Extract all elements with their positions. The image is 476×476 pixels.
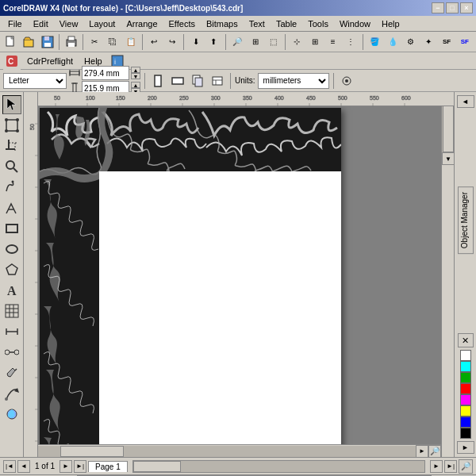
zoom-all-button[interactable]: 🔎 bbox=[428, 445, 441, 458]
hscroll-thumb[interactable] bbox=[60, 446, 124, 457]
last-page-button[interactable]: ►| bbox=[74, 460, 86, 473]
width-up[interactable]: ▲ bbox=[131, 67, 140, 73]
menu-tools[interactable]: Tools bbox=[303, 17, 333, 30]
ellipse-tool[interactable] bbox=[2, 240, 21, 259]
menu-window[interactable]: Window bbox=[335, 17, 375, 30]
minimize-button[interactable]: − bbox=[432, 2, 444, 13]
distribute-button[interactable]: ⋮ bbox=[343, 33, 359, 51]
zoom-tool[interactable] bbox=[2, 157, 21, 176]
page-hscroll-thumb[interactable] bbox=[133, 461, 181, 472]
zoom-button[interactable]: 🔎 bbox=[459, 459, 473, 474]
parallel-dim-tool[interactable] bbox=[2, 322, 21, 341]
scroll-right-button[interactable]: ► bbox=[416, 445, 428, 458]
menu-file[interactable]: File bbox=[3, 17, 27, 30]
menu-text[interactable]: Text bbox=[244, 17, 270, 30]
menu-effects[interactable]: Effects bbox=[164, 17, 200, 30]
interactive-fill-tool[interactable] bbox=[2, 384, 21, 403]
eyedropper-tool[interactable] bbox=[2, 363, 21, 382]
svg-point-27 bbox=[345, 79, 348, 83]
width-down[interactable]: ▼ bbox=[131, 73, 140, 79]
toolbar-main: ✂ ⿻ 📋 ↩ ↪ ⬇ ⬆ 🔎 ⊞ ⬚ ⊹ ⊞ ≡ ⋮ 🪣 💧 ⚙ ✦ SF S… bbox=[0, 32, 476, 52]
undo-button[interactable]: ↩ bbox=[146, 33, 163, 51]
panel-nav-down[interactable]: ► bbox=[457, 441, 474, 454]
height-up[interactable]: ▲ bbox=[131, 82, 140, 88]
swatch-magenta[interactable] bbox=[460, 394, 471, 405]
redo-button[interactable]: ↪ bbox=[164, 33, 181, 51]
panel-close-button[interactable]: ✕ bbox=[458, 333, 474, 347]
swatch-black[interactable] bbox=[460, 428, 471, 439]
landscape-button[interactable] bbox=[169, 72, 186, 90]
shape-tool[interactable] bbox=[2, 116, 21, 135]
width-input[interactable] bbox=[82, 66, 129, 80]
smart-fill-tool[interactable] bbox=[2, 405, 21, 424]
sf2-button[interactable]: SF bbox=[456, 33, 473, 51]
next-page-button[interactable]: ► bbox=[60, 460, 72, 473]
zoom-select[interactable]: 🔎 bbox=[229, 33, 246, 51]
color-swatches-right bbox=[460, 350, 471, 439]
freehand-tool[interactable] bbox=[2, 178, 21, 197]
page-last-nav[interactable]: ►| bbox=[444, 460, 457, 473]
panel-nav-up[interactable]: ◄ bbox=[457, 95, 474, 108]
nudge-button[interactable] bbox=[338, 72, 355, 90]
menu-edit[interactable]: Edit bbox=[29, 17, 53, 30]
snap-button[interactable]: ⊹ bbox=[289, 33, 305, 51]
units-dropdown[interactable]: millimeters inches pixels bbox=[258, 73, 329, 89]
table-tool[interactable] bbox=[2, 301, 21, 321]
object-manager-tab[interactable]: Object Manager bbox=[458, 186, 474, 254]
sf-button[interactable]: SF bbox=[439, 33, 455, 51]
page-settings-button[interactable] bbox=[209, 72, 226, 90]
maximize-button[interactable]: □ bbox=[446, 2, 459, 13]
align-button[interactable]: ≡ bbox=[324, 33, 341, 51]
menu-view[interactable]: View bbox=[55, 17, 83, 30]
paste-button[interactable]: 📋 bbox=[122, 33, 139, 51]
view2-button[interactable]: ⬚ bbox=[265, 33, 282, 51]
copy-button[interactable]: ⿻ bbox=[105, 33, 121, 51]
export-button[interactable]: ⬆ bbox=[205, 33, 222, 51]
close-button[interactable]: × bbox=[460, 2, 473, 13]
new-button[interactable] bbox=[3, 33, 20, 51]
swatch-yellow[interactable] bbox=[460, 405, 471, 416]
prev-page-button[interactable]: ◄ bbox=[17, 460, 30, 473]
crop-tool[interactable] bbox=[2, 136, 21, 155]
connector-tool[interactable] bbox=[2, 343, 21, 362]
page-1-tab[interactable]: Page 1 bbox=[88, 461, 128, 472]
import-button[interactable]: ⬇ bbox=[187, 33, 204, 51]
menu-layout[interactable]: Layout bbox=[84, 17, 120, 30]
swatch-green[interactable] bbox=[460, 372, 471, 383]
menu-help[interactable]: Help bbox=[377, 17, 405, 30]
options-button[interactable]: ⚙ bbox=[402, 33, 419, 51]
save-button[interactable] bbox=[39, 33, 56, 51]
svg-text:150: 150 bbox=[116, 95, 125, 101]
preflight-icon[interactable]: C bbox=[3, 52, 21, 70]
effects-button[interactable]: ✦ bbox=[420, 33, 437, 51]
polygon-tool[interactable] bbox=[2, 260, 21, 279]
page-view-button[interactable] bbox=[189, 72, 206, 90]
print-button[interactable] bbox=[63, 33, 79, 51]
text-tool[interactable]: A bbox=[2, 281, 21, 300]
menu-bitmaps[interactable]: Bitmaps bbox=[202, 17, 243, 30]
fill-tool[interactable]: 🪣 bbox=[367, 33, 383, 51]
portrait-button[interactable] bbox=[149, 72, 167, 90]
smart-draw-tool[interactable] bbox=[2, 198, 21, 217]
svg-text:i: i bbox=[114, 58, 116, 66]
svg-text:50: 50 bbox=[54, 95, 60, 101]
menu-table[interactable]: Table bbox=[271, 17, 301, 30]
swatch-blue[interactable] bbox=[460, 416, 471, 428]
menu-arrange[interactable]: Arrange bbox=[121, 17, 162, 30]
snap2-button[interactable]: ⊞ bbox=[307, 33, 324, 51]
swatch-cyan[interactable] bbox=[460, 361, 471, 372]
scroll-thumb[interactable] bbox=[443, 105, 454, 152]
open-button[interactable] bbox=[21, 33, 38, 51]
page-size-dropdown[interactable]: Letter A4 Legal bbox=[3, 73, 67, 89]
ruler-vertical: 50 bbox=[24, 92, 38, 457]
scroll-down-button[interactable]: ▼ bbox=[442, 152, 454, 165]
rectangle-tool[interactable] bbox=[2, 219, 21, 238]
page-scroll-right[interactable]: ► bbox=[430, 460, 443, 473]
select-tool[interactable] bbox=[2, 95, 21, 114]
eyedrop-tool[interactable]: 💧 bbox=[385, 33, 401, 51]
swatch-red[interactable] bbox=[460, 383, 471, 394]
swatch-white[interactable] bbox=[460, 350, 471, 361]
view-button[interactable]: ⊞ bbox=[248, 33, 264, 51]
first-page-button[interactable]: |◄ bbox=[3, 460, 16, 473]
cut-button[interactable]: ✂ bbox=[86, 33, 103, 51]
